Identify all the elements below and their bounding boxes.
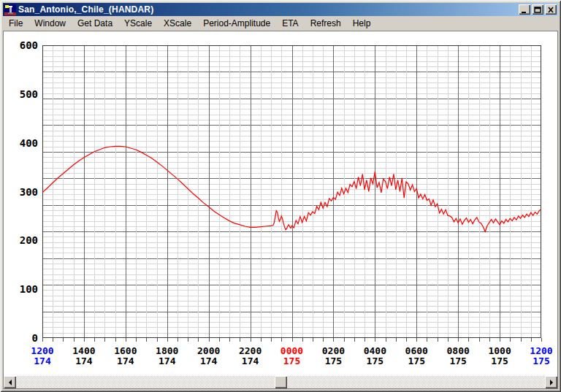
x-tick-day: 174 [200, 356, 217, 366]
menu-help[interactable]: Help [347, 17, 377, 30]
horizontal-scrollbar[interactable] [4, 376, 557, 388]
y-tick-label: 200 [6, 234, 38, 246]
minimize-button[interactable] [519, 4, 530, 15]
x-tick-day: 175 [491, 356, 508, 366]
lighthouse-icon [4, 4, 16, 15]
window: San_Antonio,_Chile_(HANDAR) File Window … [0, 0, 561, 392]
minimize-icon [521, 7, 528, 13]
x-tick-day: 175 [283, 356, 300, 366]
menu-xscale[interactable]: XScale [158, 17, 197, 30]
x-tick-time: 1600 [114, 345, 137, 356]
y-tick-label: 600 [6, 39, 38, 51]
y-tick-label: 100 [6, 283, 38, 295]
close-icon [547, 7, 554, 13]
menu-file[interactable]: File [3, 17, 28, 30]
plot-wrap: 6005004003002001000 12001741400174160017… [4, 31, 557, 376]
scroll-left-button[interactable] [4, 376, 16, 388]
window-title: San_Antonio,_Chile_(HANDAR) [18, 3, 519, 16]
chart-client-area: 6005004003002001000 12001741400174160017… [3, 31, 558, 389]
y-tick-label: 300 [6, 186, 38, 198]
y-tick-label: 0 [6, 332, 38, 344]
menu-bar: File Window Get Data YScale XScale Perio… [3, 16, 558, 31]
menu-get-data[interactable]: Get Data [72, 17, 118, 30]
x-tick-time: 0600 [405, 345, 428, 356]
x-tick-day: 174 [117, 356, 134, 366]
x-tick-time: 1200 [31, 345, 53, 356]
maximize-button[interactable] [532, 4, 543, 15]
x-tick-day: 174 [34, 356, 50, 366]
plot-area [42, 45, 542, 342]
x-tick-day: 175 [533, 356, 549, 366]
menu-refresh[interactable]: Refresh [305, 17, 347, 30]
close-button[interactable] [545, 4, 557, 15]
menu-eta[interactable]: ETA [276, 17, 304, 30]
x-tick-time: 1800 [156, 345, 178, 356]
x-tick-time: 1000 [488, 345, 511, 356]
menu-window[interactable]: Window [28, 17, 72, 30]
scrollbar-thumb[interactable] [275, 376, 287, 388]
x-tick-day: 174 [242, 356, 259, 366]
x-tick-time: 0000 [280, 345, 303, 356]
maximize-icon [534, 7, 541, 13]
x-tick-day: 174 [75, 356, 92, 366]
x-tick-day: 175 [367, 356, 383, 366]
x-tick-time: 0200 [322, 345, 345, 356]
x-tick-time: 0400 [364, 345, 386, 356]
x-tick-day: 175 [408, 356, 425, 366]
x-tick-time: 0800 [447, 345, 470, 356]
scroll-right-icon [550, 380, 553, 385]
y-tick-label: 500 [6, 88, 38, 100]
scroll-left-icon [9, 380, 12, 385]
y-tick-label: 400 [6, 137, 38, 149]
x-tick-time: 2200 [239, 345, 262, 356]
x-tick-day: 175 [449, 356, 466, 366]
x-tick-day: 174 [159, 356, 175, 366]
x-tick-time: 1200 [530, 345, 552, 356]
x-tick-time: 1400 [72, 345, 95, 356]
title-bar: San_Antonio,_Chile_(HANDAR) [3, 3, 558, 16]
x-tick-time: 2000 [197, 345, 220, 356]
menu-period-amplitude[interactable]: Period-Amplitude [197, 17, 276, 30]
scroll-right-button[interactable] [545, 376, 557, 388]
x-tick-day: 175 [325, 356, 342, 366]
menu-yscale[interactable]: YScale [118, 17, 158, 30]
